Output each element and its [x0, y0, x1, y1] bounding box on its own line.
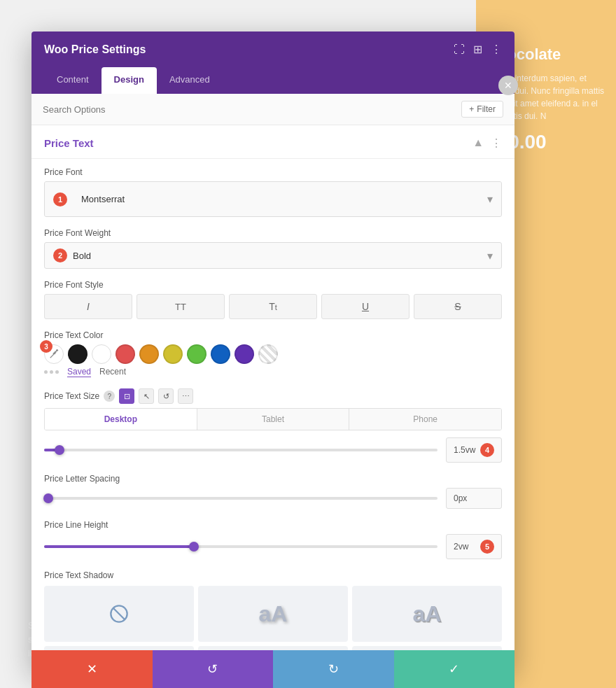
dot3 — [55, 370, 59, 374]
line-height-slider-row: 2vw 5 — [44, 534, 502, 559]
reset-icon: ↺ — [207, 661, 218, 677]
color-tabs: Saved Recent — [67, 367, 126, 377]
more-icon[interactable]: ⋮ — [491, 43, 502, 56]
price-text-size-thumb[interactable] — [55, 445, 64, 455]
price-text-size-value: 1.5vw 4 — [446, 437, 502, 463]
more-ctrl-btn[interactable]: ⋯ — [178, 388, 193, 404]
dot1 — [44, 370, 48, 374]
collapse-icon[interactable]: ▲ — [472, 136, 484, 150]
eyedropper-wrapper: 3 — [44, 344, 64, 364]
style-buttons-group: I TT Tt U S — [44, 294, 502, 319]
price-font-row: Price Font 1 Montserrat ▾ — [44, 167, 502, 217]
section-more-icon[interactable]: ⋮ — [491, 136, 502, 150]
modal-title: Woo Price Settings — [44, 43, 146, 56]
columns-icon[interactable]: ⊞ — [473, 43, 482, 56]
redo-icon: ↻ — [328, 661, 339, 677]
desktop-ctrl-btn[interactable]: ⊡ — [119, 388, 134, 404]
style-underline-button[interactable]: U — [321, 294, 410, 319]
price-font-select-wrapper: 1 Montserrat ▾ — [44, 181, 502, 217]
line-height-track[interactable] — [44, 545, 438, 548]
cancel-button[interactable]: ✕ — [31, 650, 153, 688]
price-text-color-label: Price Text Color — [44, 330, 502, 340]
letter-spacing-slider-row: 0px — [44, 488, 502, 509]
section-title: Price Text — [44, 137, 94, 149]
color-picker-row: 3 — [44, 344, 502, 364]
color-tab-recent[interactable]: Recent — [99, 367, 126, 377]
price-text-shadow-label: Price Text Shadow — [44, 570, 502, 580]
reset-ctrl-btn[interactable]: ↺ — [158, 388, 174, 404]
reset-button[interactable]: ↺ — [153, 650, 274, 688]
settings-modal: Woo Price Settings ⛶ ⊞ ⋮ Content Design … — [31, 31, 514, 671]
shadow-2[interactable]: aA — [352, 586, 502, 642]
filter-label: Filter — [477, 104, 496, 114]
price-letter-spacing-label: Price Letter Spacing — [44, 474, 502, 484]
shadow-none[interactable] — [44, 586, 194, 642]
style-capitalize-button[interactable]: Tt — [229, 294, 317, 319]
price-font-style-label: Price Font Style — [44, 280, 502, 290]
color-yellow[interactable] — [163, 344, 183, 364]
modal-content: Price Text ▲ ⋮ Price Font 1 Montserrat — [31, 125, 514, 671]
style-uppercase-button[interactable]: TT — [136, 294, 225, 319]
pointer-ctrl-btn[interactable]: ↖ — [139, 388, 154, 404]
color-dots — [44, 370, 59, 374]
color-red[interactable] — [115, 344, 135, 364]
price-font-weight-select[interactable]: Bold — [73, 251, 482, 261]
price-text-size-row: Price Text Size ? ⊡ ↖ ↺ ⋯ Desktop Tablet… — [44, 388, 502, 463]
color-purple[interactable] — [234, 344, 254, 364]
price-font-style-row: Price Font Style I TT Tt U S — [44, 280, 502, 319]
search-bar: + Filter — [31, 94, 514, 125]
tab-advanced[interactable]: Advanced — [157, 67, 223, 94]
device-tabs: Desktop Tablet Phone — [44, 408, 502, 430]
fullscreen-icon[interactable]: ⛶ — [454, 43, 465, 56]
dot2 — [50, 370, 53, 374]
color-white[interactable] — [92, 344, 111, 364]
device-desktop[interactable]: Desktop — [45, 409, 197, 430]
color-tab-saved[interactable]: Saved — [67, 367, 91, 377]
color-orange[interactable] — [139, 344, 159, 364]
color-blue[interactable] — [211, 344, 230, 364]
device-phone[interactable]: Phone — [349, 409, 501, 430]
color-black[interactable] — [68, 344, 88, 364]
style-strikethrough-button[interactable]: S — [414, 294, 502, 319]
section-header-icons: ▲ ⋮ — [472, 136, 502, 150]
shadow-1[interactable]: aA — [198, 586, 348, 642]
font-select-arrow: ▾ — [487, 192, 493, 206]
price-text-size-track[interactable] — [44, 449, 438, 451]
price-line-height-row: Price Line Height 2vw 5 — [44, 520, 502, 559]
modal-tabs: Content Design Advanced — [31, 67, 514, 94]
line-height-thumb[interactable] — [189, 542, 199, 552]
line-height-fill — [44, 545, 194, 548]
filter-icon: + — [469, 104, 474, 114]
search-input[interactable] — [43, 104, 461, 115]
letter-spacing-thumb[interactable] — [43, 493, 53, 503]
cancel-icon: ✕ — [87, 661, 97, 677]
price-font-weight-label: Price Font Weight — [44, 228, 502, 238]
save-icon: ✓ — [449, 661, 459, 677]
modal-header: Woo Price Settings ⛶ ⊞ ⋮ — [31, 31, 514, 67]
size-badge-4: 4 — [480, 443, 494, 457]
color-green[interactable] — [187, 344, 206, 364]
weight-select-arrow: ▾ — [487, 249, 493, 262]
redo-button[interactable]: ↻ — [273, 650, 394, 688]
device-tablet[interactable]: Tablet — [197, 409, 350, 430]
letter-spacing-track[interactable] — [44, 497, 438, 500]
color-striped[interactable] — [258, 344, 278, 364]
filter-button[interactable]: + Filter — [461, 101, 503, 118]
price-letter-spacing-row: Price Letter Spacing 0px — [44, 474, 502, 509]
bottom-bar: ✕ ↺ ↻ ✓ — [31, 650, 514, 688]
tab-design[interactable]: Design — [102, 67, 157, 94]
save-button[interactable]: ✓ — [394, 650, 515, 688]
style-italic-button[interactable]: I — [44, 294, 132, 319]
tab-content[interactable]: Content — [44, 67, 102, 94]
price-text-color-row: Price Text Color 3 — [44, 330, 502, 377]
font-num-badge: 1 — [53, 192, 67, 206]
settings-body: Price Font 1 Montserrat ▾ Price Font Wei… — [31, 159, 514, 671]
letter-spacing-value: 0px — [446, 488, 502, 509]
price-font-select[interactable]: Montserrat — [73, 188, 482, 211]
close-button-outer[interactable]: ✕ — [498, 76, 518, 95]
color-num-badge: 3 — [40, 340, 52, 353]
line-height-badge-5: 5 — [480, 540, 494, 554]
color-extra-row: Saved Recent — [44, 367, 502, 377]
svg-line-1 — [113, 608, 125, 619]
price-font-label: Price Font — [44, 167, 502, 177]
